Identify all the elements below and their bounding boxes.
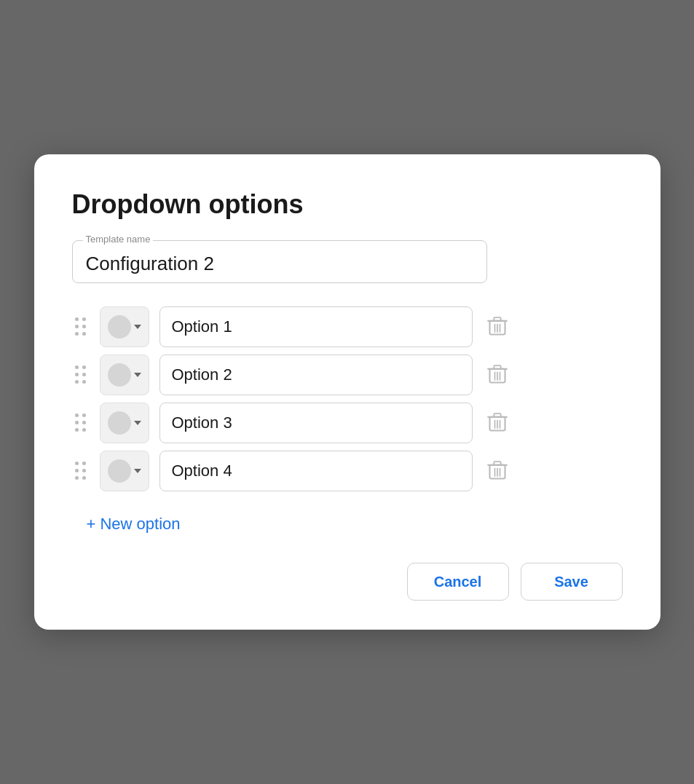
drag-dot	[82, 317, 86, 321]
drag-dot	[82, 428, 86, 432]
cancel-button[interactable]: Cancel	[407, 563, 509, 601]
drag-dot	[75, 317, 79, 321]
svg-rect-20	[494, 462, 500, 465]
dialog-footer: Cancel Save	[72, 563, 623, 601]
drag-dot	[82, 469, 86, 472]
table-row	[72, 306, 623, 347]
option-input-4[interactable]	[159, 451, 473, 491]
drag-handle-3[interactable]	[72, 411, 90, 435]
dropdown-options-dialog: Dropdown options Template name Configura…	[34, 154, 661, 630]
delete-button-1[interactable]	[483, 311, 512, 343]
chevron-down-icon	[134, 373, 141, 377]
drag-dot	[82, 365, 86, 369]
delete-button-4[interactable]	[483, 455, 512, 487]
drag-dot	[75, 462, 79, 465]
color-circle-4	[108, 459, 131, 483]
table-row	[72, 451, 623, 491]
drag-dot	[75, 413, 79, 417]
drag-dot	[75, 332, 79, 336]
option-input-3[interactable]	[159, 403, 473, 443]
drag-handle-1[interactable]	[72, 314, 90, 339]
drag-dot	[82, 462, 86, 465]
color-picker-button-4[interactable]	[100, 451, 149, 491]
color-circle-1	[108, 315, 131, 338]
trash-icon	[487, 411, 508, 435]
drag-dot	[82, 413, 86, 417]
chevron-down-icon	[134, 325, 141, 329]
color-circle-3	[108, 411, 131, 435]
color-picker-button-1[interactable]	[100, 306, 149, 347]
drag-handle-2[interactable]	[72, 363, 90, 387]
delete-button-3[interactable]	[483, 407, 512, 439]
chevron-down-icon	[134, 469, 141, 473]
drag-dot	[75, 373, 79, 376]
drag-dot	[75, 469, 79, 472]
table-row	[72, 403, 623, 443]
new-option-button[interactable]: + New option	[84, 509, 184, 539]
drag-dot	[75, 476, 79, 480]
color-picker-button-3[interactable]	[100, 403, 149, 443]
trash-icon	[487, 315, 508, 338]
save-button[interactable]: Save	[521, 563, 623, 601]
color-circle-2	[108, 363, 131, 387]
option-input-2[interactable]	[159, 355, 473, 395]
dialog-title: Dropdown options	[72, 189, 623, 220]
drag-dot	[82, 421, 86, 424]
option-input-1[interactable]	[159, 306, 473, 347]
table-row	[72, 355, 623, 395]
drag-dot	[82, 332, 86, 336]
trash-icon	[487, 459, 508, 483]
svg-rect-8	[494, 365, 500, 369]
drag-handle-4[interactable]	[72, 459, 90, 483]
drag-dot	[75, 421, 79, 424]
drag-dot	[75, 380, 79, 384]
options-list	[72, 306, 623, 491]
drag-dot	[75, 365, 79, 369]
svg-rect-2	[494, 317, 500, 321]
color-picker-button-2[interactable]	[100, 355, 149, 395]
template-name-label: Template name	[83, 234, 154, 245]
drag-dot	[82, 380, 86, 384]
chevron-down-icon	[134, 421, 141, 425]
drag-dot	[82, 476, 86, 480]
delete-button-2[interactable]	[483, 359, 512, 391]
drag-dot	[75, 428, 79, 432]
template-name-field: Template name Configuration 2	[72, 240, 487, 283]
drag-dot	[75, 325, 79, 328]
trash-icon	[487, 363, 508, 387]
drag-dot	[82, 325, 86, 328]
template-name-value: Configuration 2	[86, 250, 473, 275]
svg-rect-14	[494, 413, 500, 417]
drag-dot	[82, 373, 86, 376]
